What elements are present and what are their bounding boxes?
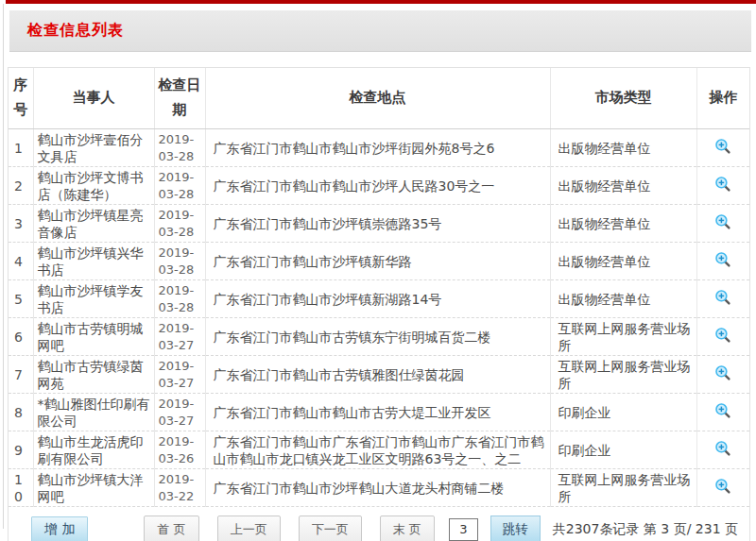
serial-number-cell: 8: [9, 393, 33, 431]
inspection-date-cell: 2019-03-28: [154, 166, 205, 204]
magnifier-plus-icon: [714, 213, 731, 230]
serial-number-cell: 9: [9, 431, 33, 468]
view-detail-button[interactable]: [714, 364, 731, 381]
serial-number-cell: 3: [9, 204, 33, 242]
header-operation: 操作: [696, 68, 749, 128]
inspection-location-cell: 广东省江门市鹤山市古劳镇雅图仕绿茵花园: [205, 355, 550, 393]
inspection-date-cell: 2019-03-28: [154, 242, 205, 279]
magnifier-plus-icon: [714, 251, 731, 268]
magnifier-plus-icon: [714, 327, 731, 344]
view-detail-button[interactable]: [714, 440, 731, 457]
party-cell: 鹤山市古劳镇明城网吧: [33, 317, 154, 355]
header-market-type: 市场类型: [550, 68, 696, 128]
inspection-date-cell: 2019-03-28: [154, 128, 205, 166]
inspection-date-cell: 2019-03-28: [154, 204, 205, 242]
market-type-cell: 出版物经营单位: [550, 204, 696, 242]
table-row: 1 鹤山市沙坪壹佰分文具店 2019-03-28 广东省江门市鹤山市鹤山市沙坪街…: [9, 128, 749, 166]
left-border-line: [3, 4, 4, 529]
view-detail-button[interactable]: [714, 327, 731, 344]
table-row: 6 鹤山市古劳镇明城网吧 2019-03-27 广东省江门市鹤山市古劳镇东宁街明…: [9, 317, 749, 355]
action-cell: [696, 204, 749, 242]
market-type-cell: 印刷企业: [550, 393, 696, 431]
serial-number-cell: 10: [9, 468, 33, 506]
action-cell: [696, 128, 749, 166]
action-cell: [696, 242, 749, 279]
inspection-table: 序号 当事人 检查日期 检查地点 市场类型 操作 1 鹤山市沙坪壹佰分文具店 2…: [9, 68, 749, 507]
party-cell: *鹤山雅图仕印刷有限公司: [33, 393, 154, 431]
inspection-location-cell: 广东省江门市鹤山市沙坪鹤山大道龙头村商铺二楼: [205, 468, 550, 506]
page-title: 检查信息列表: [9, 21, 124, 41]
view-detail-button[interactable]: [714, 138, 731, 155]
next-page-button[interactable]: 下一页: [299, 516, 362, 541]
inspection-location-cell: 广东省江门市鹤山市鹤山市沙坪人民路30号之一: [205, 166, 550, 204]
pagination-bar: 增 加 首 页 上一页 下一页 末 页 跳转 共2307条记录 第 3 页/ 2…: [9, 507, 749, 541]
inspection-date-cell: 2019-03-26: [154, 431, 205, 468]
inspection-location-cell: 广东省江门市鹤山市古劳镇东宁街明城百货二楼: [205, 317, 550, 355]
inspection-date-cell: 2019-03-28: [154, 279, 205, 317]
page-header: 检查信息列表: [9, 10, 751, 52]
action-cell: [696, 279, 749, 317]
header-inspection-location: 检查地点: [205, 68, 550, 128]
view-detail-button[interactable]: [714, 176, 731, 193]
party-cell: 鹤山市沙坪镇星亮音像店: [33, 204, 154, 242]
inspection-location-cell: 广东省江门市鹤山市广东省江门市鹤山市广东省江门市鹤山市鹤山市龙口镇兴龙工业区文明…: [205, 431, 550, 468]
market-type-cell: 互联网上网服务营业场所: [550, 355, 696, 393]
party-cell: 鹤山市沙坪文博书店（陈建华）: [33, 166, 154, 204]
view-detail-button[interactable]: [714, 289, 731, 306]
last-page-button[interactable]: 末 页: [380, 516, 435, 541]
table-row: 4 鹤山市沙坪镇兴华书店 2019-03-28 广东省江门市鹤山市沙坪镇新华路 …: [9, 242, 749, 279]
market-type-cell: 出版物经营单位: [550, 242, 696, 279]
table-row: 2 鹤山市沙坪文博书店（陈建华） 2019-03-28 广东省江门市鹤山市鹤山市…: [9, 166, 749, 204]
market-type-cell: 出版物经营单位: [550, 128, 696, 166]
inspection-location-cell: 广东省江门市鹤山市鹤山市沙坪街园外苑8号之6: [205, 128, 550, 166]
view-detail-button[interactable]: [714, 213, 731, 230]
add-button[interactable]: 增 加: [31, 516, 88, 541]
inspection-list-panel: 序号 当事人 检查日期 检查地点 市场类型 操作 1 鹤山市沙坪壹佰分文具店 2…: [8, 67, 750, 541]
magnifier-plus-icon: [714, 440, 731, 457]
magnifier-plus-icon: [714, 138, 731, 155]
inspection-date-cell: 2019-03-27: [154, 355, 205, 393]
serial-number-cell: 7: [9, 355, 33, 393]
serial-number-cell: 5: [9, 279, 33, 317]
action-cell: [696, 317, 749, 355]
first-page-button[interactable]: 首 页: [144, 516, 198, 541]
table-row: 9 鹤山市生龙活虎印刷有限公司 2019-03-26 广东省江门市鹤山市广东省江…: [9, 431, 749, 468]
market-type-cell: 出版物经营单位: [550, 279, 696, 317]
table-row: 5 鹤山市沙坪镇学友书店 2019-03-28 广东省江门市鹤山市沙坪镇新湖路1…: [9, 279, 749, 317]
inspection-location-cell: 广东省江门市鹤山市沙坪镇崇德路35号: [205, 204, 550, 242]
table-row: 10 鹤山市沙坪镇大洋网吧 2019-03-22 广东省江门市鹤山市沙坪鹤山大道…: [9, 468, 749, 506]
page-number-input[interactable]: [449, 518, 478, 541]
table-header-row: 序号 当事人 检查日期 检查地点 市场类型 操作: [9, 68, 749, 128]
party-cell: 鹤山市沙坪镇学友书店: [33, 279, 154, 317]
magnifier-plus-icon: [714, 176, 731, 193]
top-accent-bar: [6, 0, 756, 4]
party-cell: 鹤山市古劳镇绿茵网苑: [33, 355, 154, 393]
serial-number-cell: 2: [9, 166, 33, 204]
header-serial-number: 序号: [9, 68, 33, 128]
view-detail-button[interactable]: [714, 402, 731, 419]
market-type-cell: 互联网上网服务营业场所: [550, 468, 696, 506]
jump-button[interactable]: 跳转: [490, 516, 541, 541]
party-cell: 鹤山市沙坪镇兴华书店: [33, 242, 154, 279]
view-detail-button[interactable]: [714, 251, 731, 268]
market-type-cell: 互联网上网服务营业场所: [550, 317, 696, 355]
action-cell: [696, 468, 749, 506]
market-type-cell: 印刷企业: [550, 431, 696, 468]
pager-controls: 首 页 上一页 下一页 末 页 跳转 共2307条记录 第 3 页/ 231 页: [126, 516, 742, 541]
magnifier-plus-icon: [714, 402, 731, 419]
magnifier-plus-icon: [714, 478, 731, 495]
table-row: 8 *鹤山雅图仕印刷有限公司 2019-03-27 广东省江门市鹤山市鹤山市古劳…: [9, 393, 749, 431]
party-cell: 鹤山市沙坪镇大洋网吧: [33, 468, 154, 506]
market-type-cell: 出版物经营单位: [550, 166, 696, 204]
inspection-location-cell: 广东省江门市鹤山市鹤山市古劳大堤工业开发区: [205, 393, 550, 431]
table-row: 3 鹤山市沙坪镇星亮音像店 2019-03-28 广东省江门市鹤山市沙坪镇崇德路…: [9, 204, 749, 242]
magnifier-plus-icon: [714, 364, 731, 381]
party-cell: 鹤山市沙坪壹佰分文具店: [33, 128, 154, 166]
table-row: 7 鹤山市古劳镇绿茵网苑 2019-03-27 广东省江门市鹤山市古劳镇雅图仕绿…: [9, 355, 749, 393]
inspection-date-cell: 2019-03-27: [154, 393, 205, 431]
serial-number-cell: 6: [9, 317, 33, 355]
prev-page-button[interactable]: 上一页: [217, 516, 281, 541]
record-summary: 共2307条记录 第 3 页/ 231 页: [553, 521, 738, 538]
view-detail-button[interactable]: [714, 478, 731, 495]
action-cell: [696, 393, 749, 431]
